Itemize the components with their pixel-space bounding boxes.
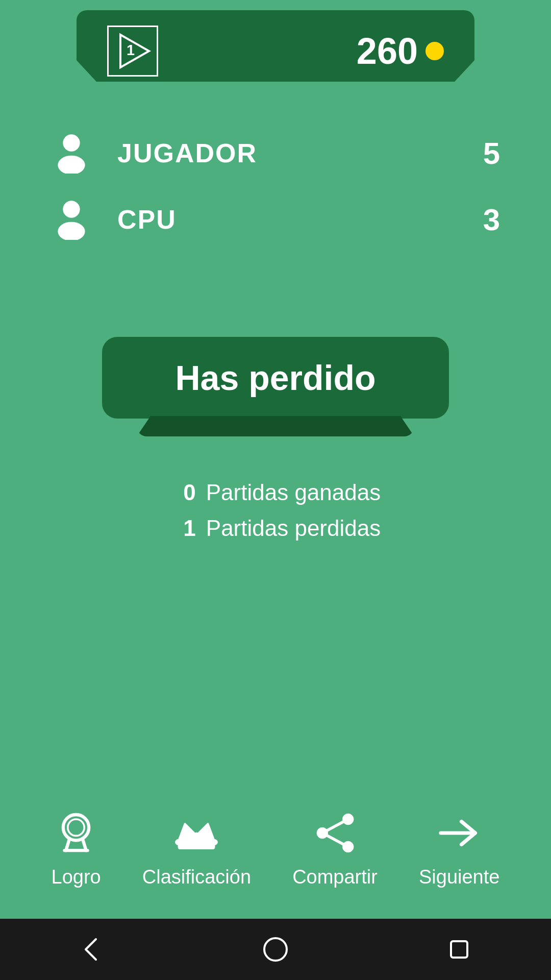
bottom-nav: Logro Clasificación Compa: [0, 790, 551, 919]
cpu-icon: [51, 199, 92, 240]
player-label: JUGADOR: [117, 138, 459, 168]
svg-line-18: [322, 819, 347, 833]
svg-point-7: [68, 819, 84, 836]
svg-point-17: [342, 841, 354, 852]
score-display: 260: [357, 30, 444, 72]
player-row: JUGADOR 5: [51, 133, 500, 174]
compartir-label: Compartir: [292, 866, 378, 888]
result-text: Has perdido: [176, 358, 376, 398]
clasificacion-label: Clasificación: [142, 866, 251, 888]
won-stat-row: 0 Partidas ganadas: [170, 480, 381, 505]
svg-line-9: [83, 839, 86, 850]
svg-line-8: [66, 839, 69, 850]
cpu-score: 3: [459, 202, 500, 237]
svg-point-14: [212, 840, 218, 845]
siguiente-icon: [436, 810, 482, 856]
back-button[interactable]: [71, 929, 112, 970]
recents-button[interactable]: [439, 929, 480, 970]
score-value: 260: [357, 30, 418, 72]
coin-icon: [425, 42, 444, 60]
level-icon: 1: [107, 26, 158, 77]
svg-rect-22: [451, 941, 467, 958]
svg-point-4: [63, 201, 80, 217]
svg-point-15: [342, 814, 354, 825]
won-count: 0: [170, 480, 196, 505]
svg-rect-11: [178, 842, 215, 849]
main-content: JUGADOR 5 CPU 3 Has perdido 0 Partidas g…: [0, 92, 551, 790]
home-button[interactable]: [255, 929, 296, 970]
won-label: Partidas ganadas: [206, 480, 381, 505]
compartir-button[interactable]: Compartir: [292, 810, 378, 888]
header-content: 1 260: [77, 26, 474, 77]
android-nav-bar: [0, 919, 551, 980]
cpu-label: CPU: [117, 204, 459, 235]
header-banner: 1 260: [0, 10, 551, 92]
svg-point-16: [317, 827, 328, 839]
stats-section: 0 Partidas ganadas 1 Partidas perdidas: [170, 480, 381, 551]
logro-icon: [53, 810, 99, 856]
player-score: 5: [459, 136, 500, 171]
clasificacion-button[interactable]: Clasificación: [142, 810, 251, 888]
compartir-icon: [312, 810, 358, 856]
svg-point-21: [264, 938, 287, 961]
svg-point-13: [194, 832, 199, 838]
svg-text:1: 1: [127, 42, 135, 58]
result-banner: Has perdido: [102, 337, 449, 419]
clasificacion-icon: [173, 810, 219, 856]
score-rows: JUGADOR 5 CPU 3: [0, 133, 551, 265]
lost-stat-row: 1 Partidas perdidas: [170, 516, 381, 541]
svg-point-12: [176, 840, 181, 845]
svg-line-19: [322, 833, 347, 847]
svg-point-5: [58, 222, 85, 240]
player-icon: [51, 133, 92, 174]
siguiente-label: Siguiente: [419, 866, 499, 888]
svg-point-3: [58, 156, 85, 174]
siguiente-button[interactable]: Siguiente: [419, 810, 499, 888]
lost-label: Partidas perdidas: [206, 516, 381, 541]
cpu-row: CPU 3: [51, 199, 500, 240]
logro-button[interactable]: Logro: [52, 810, 101, 888]
svg-point-2: [63, 134, 80, 151]
logro-label: Logro: [52, 866, 101, 888]
lost-count: 1: [170, 516, 196, 541]
